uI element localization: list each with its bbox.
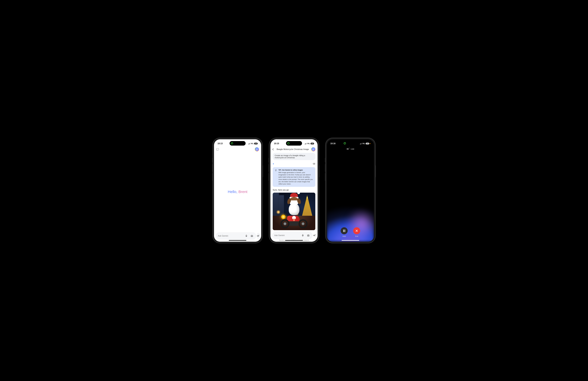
- live-header: ✦ Live: [327, 148, 374, 150]
- network-label: 5Gᵤ: [307, 143, 310, 144]
- pause-icon: [343, 229, 345, 232]
- app-header: B: [214, 146, 261, 152]
- avatar-initial: B: [313, 148, 314, 150]
- read-aloud-button[interactable]: [313, 162, 315, 166]
- profile-avatar[interactable]: B: [255, 147, 259, 151]
- status-right: 5Gᵤ 100: [305, 143, 314, 144]
- end-label: End: [355, 235, 358, 237]
- svg-rect-0: [246, 235, 247, 236]
- end-button[interactable]: [353, 227, 360, 234]
- greeting-name: Brent: [238, 190, 248, 194]
- lightbulb-icon: [275, 169, 277, 171]
- user-message: Create an image of a beagle riding a mot…: [273, 153, 315, 160]
- conversation-header: Beagle Motorcycle Christmas Image B: [271, 146, 317, 152]
- phone-2: 10:15 5Gᵤ 100 Beagle Motorcycle Christma…: [269, 138, 319, 243]
- live-button[interactable]: ✦: [313, 232, 316, 238]
- greeting-text: Hello, Brent: [228, 190, 248, 194]
- home-indicator[interactable]: [285, 240, 303, 241]
- camera-button[interactable]: [306, 233, 310, 238]
- screen-home: 10:13 5Gᵤ 100 B Hello, Brent: [214, 139, 261, 242]
- home-indicator[interactable]: [342, 240, 359, 241]
- mic-icon: [301, 234, 304, 237]
- mic-button[interactable]: [301, 233, 305, 238]
- live-button[interactable]: ✦: [257, 233, 260, 239]
- battery-indicator: 100: [311, 143, 314, 144]
- status-right: 5Gᵤ 100: [248, 143, 258, 144]
- activity-indicator-icon: [344, 142, 346, 144]
- camera-button[interactable]: [250, 234, 254, 238]
- live-title-text: Live: [351, 148, 354, 150]
- home-indicator[interactable]: [229, 240, 246, 241]
- activity-indicator-icon: [287, 142, 290, 144]
- cellular-signal-icon: [248, 143, 251, 144]
- dynamic-island: [286, 141, 302, 146]
- avatar-initial: B: [256, 148, 257, 150]
- screen-conversation: 10:15 5Gᵤ 100 Beagle Motorcycle Christma…: [271, 139, 317, 242]
- tip-body: With image generation in Gemini, your im…: [278, 172, 313, 185]
- phone-3: 10:16 5Gᵤ 100 ✦ Live Hold: [325, 138, 376, 243]
- conversation-title: Beagle Motorcycle Christmas Image: [274, 148, 311, 151]
- tip-title: TIP: Ask Gemini to refine images: [278, 169, 313, 171]
- live-waveform-icon: [347, 148, 348, 150]
- network-label: 5Gᵤ: [363, 143, 365, 144]
- tip-card: TIP: Ask Gemini to refine images With im…: [273, 167, 315, 187]
- svg-point-1: [252, 236, 252, 236]
- speaker-icon: [313, 162, 315, 165]
- battery-indicator: 100: [366, 143, 369, 144]
- status-time: 10:13: [217, 142, 223, 145]
- cellular-signal-icon: [305, 143, 307, 144]
- close-icon: [355, 229, 358, 232]
- response-text: Sure, here you go:: [273, 189, 315, 191]
- svg-point-3: [308, 235, 309, 236]
- prompt-input[interactable]: [274, 234, 299, 237]
- beagle-graphic: [287, 203, 301, 215]
- camera-icon: [251, 235, 253, 237]
- gemini-sparkle-icon: [273, 163, 275, 165]
- prompt-input-bar[interactable]: [216, 232, 256, 239]
- hold-button[interactable]: [341, 227, 348, 234]
- live-controls: Hold End: [327, 227, 374, 237]
- battery-indicator: 100: [254, 143, 258, 144]
- phone-1: 10:13 5Gᵤ 100 B Hello, Brent: [212, 138, 263, 243]
- status-time: 10:15: [274, 142, 279, 145]
- greeting-hello: Hello,: [228, 190, 238, 194]
- network-label: 5Gᵤ: [251, 143, 254, 144]
- camera-icon: [307, 234, 310, 237]
- conversation-scroll[interactable]: Create an image of a beagle riding a mot…: [271, 152, 317, 231]
- hold-label: Hold: [342, 235, 346, 237]
- dynamic-island: [342, 141, 358, 146]
- mic-button[interactable]: [244, 234, 249, 238]
- prompt-input-bar[interactable]: [272, 232, 313, 239]
- cellular-signal-icon: [360, 143, 362, 144]
- chats-icon[interactable]: [216, 148, 219, 150]
- dynamic-island: [230, 141, 246, 146]
- generated-image[interactable]: [273, 193, 315, 230]
- activity-indicator-icon: [231, 142, 233, 144]
- response-header: [273, 162, 315, 167]
- prompt-input[interactable]: [218, 235, 243, 237]
- svg-rect-2: [302, 234, 303, 236]
- mic-icon: [245, 235, 248, 237]
- profile-avatar[interactable]: B: [311, 147, 315, 151]
- status-time: 10:16: [330, 142, 336, 145]
- mic-in-use-indicator-icon: [370, 143, 371, 144]
- screen-live: 10:16 5Gᵤ 100 ✦ Live Hold: [327, 139, 374, 242]
- status-right: 5Gᵤ 100: [360, 143, 371, 144]
